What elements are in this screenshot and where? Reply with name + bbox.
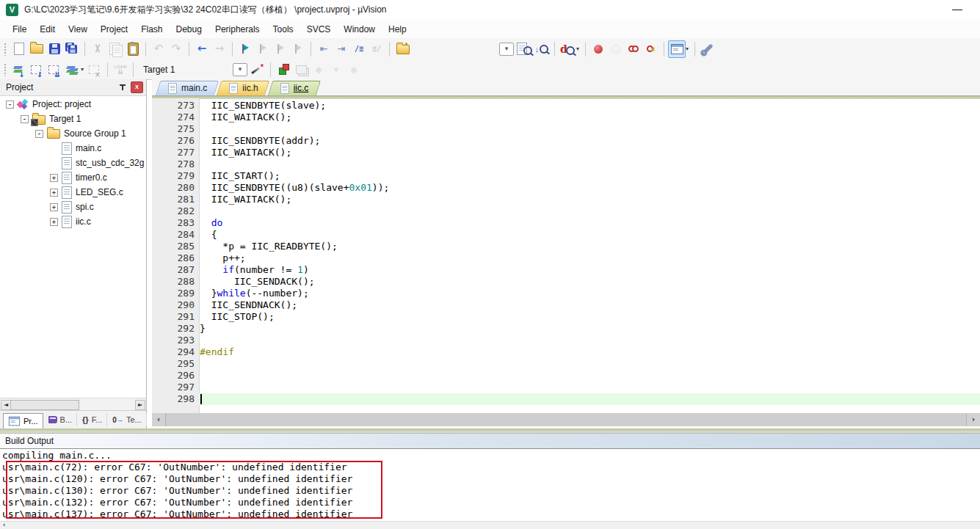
stack-icon[interactable]: ◈ xyxy=(345,61,363,79)
tree-item-main-c[interactable]: +main.c xyxy=(0,141,146,156)
code-line-298[interactable]: 298 xyxy=(152,393,980,405)
code-line-277[interactable]: 277 IIC_WAITACK(); xyxy=(152,147,980,158)
find-symbols-icon[interactable]: d xyxy=(559,40,576,58)
scroll-thumb[interactable] xyxy=(10,400,79,410)
find-symbols-icon-caret[interactable]: ▾ xyxy=(576,45,579,52)
tree-item-spi-c[interactable]: +spi.c xyxy=(0,200,146,214)
code-line-290[interactable]: 290 IIC_SENDNACK(); xyxy=(152,299,980,311)
batch-build-icon[interactable] xyxy=(63,61,81,79)
output-hscrollbar[interactable]: ‹ xyxy=(0,521,980,529)
menu-tools[interactable]: Tools xyxy=(266,21,300,37)
code-line-273[interactable]: 273 IIC_SENDBYTE(slave); xyxy=(152,100,980,112)
expand-icon[interactable]: + xyxy=(50,174,58,182)
toolbar-grip[interactable] xyxy=(4,43,7,56)
paste-icon[interactable] xyxy=(124,40,142,58)
enable-breakpoint-icon[interactable] xyxy=(607,40,625,58)
panel-tab-b[interactable]: B... xyxy=(44,413,78,426)
insert-template-icon[interactable]: ◆ xyxy=(310,61,327,79)
scroll-thumb[interactable] xyxy=(165,413,967,426)
prev-bookmark-icon[interactable] xyxy=(254,40,272,58)
download-icon[interactable]: LOAD⇊ xyxy=(112,61,129,79)
code-line-285[interactable]: 285 *p = IIC_READBYTE(); xyxy=(152,241,980,252)
manage-rte-icon[interactable] xyxy=(275,61,292,79)
code-line-274[interactable]: 274 IIC_WAITACK(); xyxy=(152,112,980,123)
target-select-dropdown-icon[interactable]: ▾ xyxy=(233,63,247,76)
disable-all-breakpoints-icon[interactable] xyxy=(625,40,642,58)
project-hscrollbar[interactable]: ◄ ► xyxy=(0,398,146,411)
translate-icon[interactable]: ↓ xyxy=(10,61,28,79)
search-combo[interactable]: ▾ xyxy=(498,40,515,58)
code-line-284[interactable]: 284 { xyxy=(152,229,980,241)
menu-svcs[interactable]: SVCS xyxy=(300,21,338,37)
build-icon[interactable]: ↓ xyxy=(28,61,46,79)
menu-help[interactable]: Help xyxy=(382,21,413,37)
code-line-293[interactable]: 293 xyxy=(152,335,980,346)
insert-breakpoint-icon[interactable] xyxy=(589,40,607,58)
code-line-297[interactable]: 297 xyxy=(152,382,980,393)
code-line-296[interactable]: 296 xyxy=(152,370,980,382)
project-windows-icon-caret[interactable]: ▾ xyxy=(686,45,689,52)
code-line-289[interactable]: 289 }while(--number); xyxy=(152,288,980,299)
tree-item-timer0-c[interactable]: +timer0.c xyxy=(0,170,146,185)
menu-peripherals[interactable]: Peripherals xyxy=(208,21,266,37)
navigate-back-icon[interactable]: ← xyxy=(193,40,211,58)
code-line-295[interactable]: 295 xyxy=(152,358,980,370)
minimize-button[interactable]: — xyxy=(948,1,967,16)
scroll-left-icon[interactable]: ‹ xyxy=(152,413,165,426)
collapse-icon[interactable]: - xyxy=(6,101,14,109)
scroll-right-icon[interactable]: › xyxy=(967,413,980,426)
filter-icon[interactable]: ▼ xyxy=(327,61,345,79)
project-windows-icon[interactable] xyxy=(668,40,686,58)
menu-flash[interactable]: Flash xyxy=(134,21,169,37)
panel-tab-te[interactable]: 0→Te... xyxy=(108,413,146,426)
menu-file[interactable]: File xyxy=(6,21,33,37)
options-for-target-icon[interactable]: * xyxy=(249,61,266,79)
copy-icon[interactable] xyxy=(106,40,124,58)
code-line-287[interactable]: 287 if(number != 1) xyxy=(152,264,980,276)
tree-item-iic-c[interactable]: +iic.c xyxy=(0,214,146,229)
code-line-283[interactable]: 283 do xyxy=(152,217,980,229)
build-output-content[interactable]: compiling main.c...usr\main.c(72): error… xyxy=(0,450,980,521)
output-line-compiling[interactable]: compiling main.c... xyxy=(0,450,980,461)
open-file-icon[interactable] xyxy=(28,40,46,58)
code-line-292[interactable]: 292} xyxy=(152,323,980,335)
manage-project-items-icon[interactable] xyxy=(292,61,310,79)
tree-item-source-group-1[interactable]: -Source Group 1 xyxy=(0,126,146,141)
scroll-left-icon[interactable]: ◄ xyxy=(1,400,11,410)
tree-item-project-project[interactable]: -Project: project xyxy=(0,97,146,112)
tree-item-target-1[interactable]: -Target 1 xyxy=(0,112,146,126)
configure-tools-icon[interactable] xyxy=(699,40,716,58)
editor-hscrollbar[interactable]: ‹ › xyxy=(152,413,980,426)
doc-tab-iic-c[interactable]: iic.c xyxy=(270,81,319,95)
code-line-282[interactable]: 282 xyxy=(152,205,980,217)
cut-icon[interactable] xyxy=(89,40,106,58)
incremental-find-icon[interactable]: ↓ xyxy=(533,40,551,58)
doc-tab-main-c[interactable]: main.c xyxy=(158,81,217,95)
menu-view[interactable]: View xyxy=(62,21,94,37)
redo-icon[interactable]: ↷ xyxy=(167,40,185,58)
code-line-275[interactable]: 275 xyxy=(152,123,980,135)
scroll-right-icon[interactable]: ► xyxy=(135,400,145,410)
target-select[interactable]: Target 1▾ xyxy=(139,62,247,77)
toggle-bookmark-icon[interactable] xyxy=(236,40,254,58)
pin-icon[interactable] xyxy=(119,84,126,92)
menu-debug[interactable]: Debug xyxy=(170,21,208,37)
stop-build-icon[interactable]: × xyxy=(86,61,104,79)
menu-edit[interactable]: Edit xyxy=(33,21,62,37)
navigate-forward-icon[interactable]: → xyxy=(211,40,228,58)
save-icon[interactable] xyxy=(46,40,63,58)
new-file-icon[interactable] xyxy=(10,40,28,58)
save-all-icon[interactable] xyxy=(63,40,81,58)
expand-icon[interactable]: + xyxy=(50,218,58,226)
code-line-280[interactable]: 280 IIC_SENDBYTE((u8)(slave+0x01)); xyxy=(152,182,980,194)
code-line-288[interactable]: 288 IIC_SENDACK(); xyxy=(152,276,980,288)
configure-extensions-icon[interactable]: * xyxy=(393,40,411,58)
code-line-294[interactable]: 294#endif xyxy=(152,346,980,358)
code-line-279[interactable]: 279 IIC_START(); xyxy=(152,170,980,182)
doc-tab-iic-h[interactable]: iic.h xyxy=(219,81,267,95)
uncomment-icon[interactable]: ≡/ xyxy=(368,40,385,58)
code-line-286[interactable]: 286 p++; xyxy=(152,252,980,264)
panel-tab-f[interactable]: {}F... xyxy=(78,413,107,426)
indent-icon[interactable]: ⇥ xyxy=(333,40,350,58)
menu-window[interactable]: Window xyxy=(337,21,382,37)
